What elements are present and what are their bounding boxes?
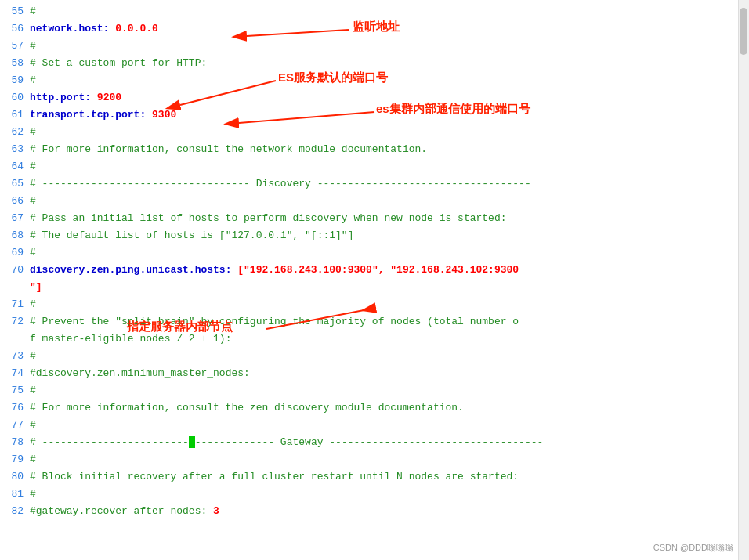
line-num-72: 72 [0,313,30,331]
line-content-80: # Block initial recovery after a full cl… [30,468,749,486]
code-line-57: 57 # [0,38,749,55]
line-num-71: 71 [0,296,30,313]
line-content-74: #discovery.zen.minimum_master_nodes: [30,365,749,382]
line-content-60: http.port: 9200 [30,89,749,107]
code-line-61: 61 transport.tcp.port: 9300 [0,107,749,124]
code-line-67: 67 # Pass an initial list of hosts to pe… [0,210,749,227]
line-content-66: # [30,193,749,210]
line-content-65: # ---------------------------------- Dis… [30,175,749,193]
code-line-80: 80 # Block initial recovery after a full… [0,468,749,486]
line-num-61: 61 [0,107,30,124]
line-content-63: # For more information, consult the netw… [30,141,749,158]
code-line-75: 75 # [0,382,749,399]
line-content-82: #gateway.recover_after_nodes: 3 [30,503,749,520]
line-content-81: # [30,486,749,503]
line-content-79: # [30,451,749,468]
line-num-69: 69 [0,244,30,262]
line-num-62: 62 [0,124,30,141]
line-content-57: # [30,38,749,55]
code-line-64: 64 # [0,158,749,175]
line-num-57: 57 [0,38,30,55]
line-num-65: 65 [0,175,30,193]
line-content-55: # [30,3,749,20]
code-line-71: 71 # [0,296,749,313]
line-content-72: # Prevent the "split brain" by configuri… [30,313,749,331]
code-line-76: 76 # For more information, consult the z… [0,399,749,417]
code-line-59: 59 # [0,72,749,89]
line-num-64: 64 [0,158,30,175]
code-container: 55 # 56 network.host: 0.0.0.0 57 # 58 # … [0,0,749,560]
line-num-77: 77 [0,417,30,434]
line-content-56: network.host: 0.0.0.0 [30,20,749,38]
line-content-76: # For more information, consult the zen … [30,399,749,417]
line-content-58: # Set a custom port for HTTP: [30,55,749,72]
line-content-64: # [30,158,749,175]
line-num-81: 81 [0,486,30,503]
code-line-69: 69 # [0,244,749,262]
code-line-79: 79 # [0,451,749,468]
code-line-72-cont: f master-eligible nodes / 2 + 1): [0,331,749,348]
line-num-74: 74 [0,365,30,382]
code-line-58: 58 # Set a custom port for HTTP: [0,55,749,72]
line-content-59: # [30,72,749,89]
code-line-56: 56 network.host: 0.0.0.0 [0,20,749,38]
line-content-67: # Pass an initial list of hosts to perfo… [30,210,749,227]
line-content-75: # [30,382,749,399]
line-num-68: 68 [0,227,30,244]
code-line-63: 63 # For more information, consult the n… [0,141,749,158]
line-num-63: 63 [0,141,30,158]
code-line-65: 65 # ---------------------------------- … [0,175,749,193]
line-content-73: # [30,348,749,365]
line-num-55: 55 [0,3,30,20]
line-content-71: # [30,296,749,313]
code-line-66: 66 # [0,193,749,210]
code-line-77: 77 # [0,417,749,434]
line-content-69: # [30,244,749,262]
line-content-78: # ------------------------|-------------… [30,434,749,451]
line-content-77: # [30,417,749,434]
code-line-68: 68 # The default list of hosts is ["127.… [0,227,749,244]
line-num-58: 58 [0,55,30,72]
code-line-81: 81 # [0,486,749,503]
line-num-76: 76 [0,399,30,417]
code-line-60: 60 http.port: 9200 [0,89,749,107]
line-num-59: 59 [0,72,30,89]
line-num-78: 78 [0,434,30,451]
line-num-67: 67 [0,210,30,227]
scrollbar-thumb[interactable] [740,8,747,55]
line-content-61: transport.tcp.port: 9300 [30,107,749,124]
code-line-78: 78 # ------------------------|----------… [0,434,749,451]
scrollbar[interactable] [738,0,749,560]
code-line-73: 73 # [0,348,749,365]
line-num-79: 79 [0,451,30,468]
line-num-82: 82 [0,503,30,520]
line-content-72-cont: f master-eligible nodes / 2 + 1): [30,331,749,348]
line-num-66: 66 [0,193,30,210]
code-line-70: 70 discovery.zen.ping.unicast.hosts: ["1… [0,262,749,279]
line-num-56: 56 [0,20,30,38]
code-lines: 55 # 56 network.host: 0.0.0.0 57 # 58 # … [0,0,749,523]
line-num-60: 60 [0,89,30,107]
watermark: CSDN @DDD嗡嗡嗡 [653,542,733,554]
line-num-80: 80 [0,468,30,486]
line-content-70: discovery.zen.ping.unicast.hosts: ["192.… [30,262,749,279]
code-line-62: 62 # [0,124,749,141]
code-line-72: 72 # Prevent the "split brain" by config… [0,313,749,331]
line-num-73: 73 [0,348,30,365]
line-num-70: 70 [0,262,30,279]
line-content-62: # [30,124,749,141]
code-line-82: 82 #gateway.recover_after_nodes: 3 [0,503,749,520]
code-line-70-cont: "] [0,279,749,296]
line-num-75: 75 [0,382,30,399]
line-content-68: # The default list of hosts is ["127.0.0… [30,227,749,244]
line-content-70-cont: "] [30,279,749,296]
code-line-55: 55 # [0,3,749,20]
code-line-74: 74 #discovery.zen.minimum_master_nodes: [0,365,749,382]
